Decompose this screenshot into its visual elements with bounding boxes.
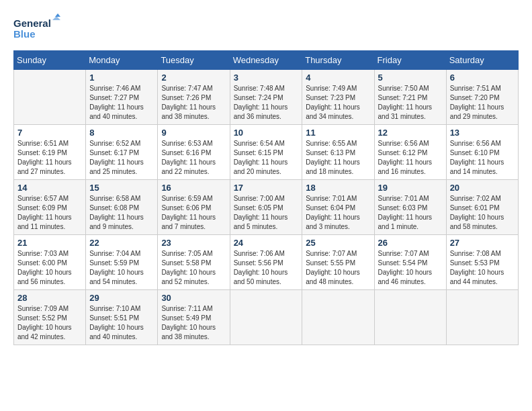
calendar-cell: 30Sunrise: 7:11 AM Sunset: 5:49 PM Dayli… xyxy=(158,290,230,345)
calendar-cell: 6Sunrise: 7:51 AM Sunset: 7:20 PM Daylig… xyxy=(446,70,518,125)
day-detail: Sunrise: 7:09 AM Sunset: 5:52 PM Dayligh… xyxy=(17,304,82,342)
day-number: 24 xyxy=(234,238,299,248)
day-number: 23 xyxy=(161,238,226,248)
day-number: 25 xyxy=(306,238,370,248)
day-detail: Sunrise: 7:07 AM Sunset: 5:55 PM Dayligh… xyxy=(306,249,370,287)
calendar-cell: 21Sunrise: 7:03 AM Sunset: 6:00 PM Dayli… xyxy=(14,235,86,290)
day-detail: Sunrise: 7:06 AM Sunset: 5:56 PM Dayligh… xyxy=(234,249,299,287)
calendar-body: 1Sunrise: 7:46 AM Sunset: 7:27 PM Daylig… xyxy=(14,70,519,345)
header: General Blue xyxy=(13,13,519,44)
calendar-cell: 11Sunrise: 6:55 AM Sunset: 6:13 PM Dayli… xyxy=(302,125,374,180)
svg-marker-2 xyxy=(55,13,60,17)
calendar-header-row: SundayMondayTuesdayWednesdayThursdayFrid… xyxy=(14,51,519,70)
weekday-header: Tuesday xyxy=(158,51,230,70)
calendar-cell: 2Sunrise: 7:47 AM Sunset: 7:26 PM Daylig… xyxy=(158,70,230,125)
calendar-cell: 16Sunrise: 6:59 AM Sunset: 6:06 PM Dayli… xyxy=(158,180,230,235)
day-number: 12 xyxy=(378,128,443,138)
day-number: 27 xyxy=(450,238,515,248)
day-number: 8 xyxy=(89,128,154,138)
calendar-week-row: 7Sunrise: 6:51 AM Sunset: 6:19 PM Daylig… xyxy=(14,125,519,180)
calendar-cell: 15Sunrise: 6:58 AM Sunset: 6:08 PM Dayli… xyxy=(86,180,158,235)
day-detail: Sunrise: 7:11 AM Sunset: 5:49 PM Dayligh… xyxy=(161,304,226,342)
calendar-cell: 28Sunrise: 7:09 AM Sunset: 5:52 PM Dayli… xyxy=(14,290,86,345)
day-number: 29 xyxy=(89,293,154,303)
day-detail: Sunrise: 7:04 AM Sunset: 5:59 PM Dayligh… xyxy=(89,249,154,287)
weekday-header: Friday xyxy=(374,51,446,70)
day-number: 22 xyxy=(89,238,154,248)
calendar-cell: 13Sunrise: 6:56 AM Sunset: 6:10 PM Dayli… xyxy=(446,125,518,180)
calendar-cell: 26Sunrise: 7:07 AM Sunset: 5:54 PM Dayli… xyxy=(374,235,446,290)
calendar-cell: 8Sunrise: 6:52 AM Sunset: 6:17 PM Daylig… xyxy=(86,125,158,180)
day-detail: Sunrise: 7:02 AM Sunset: 6:01 PM Dayligh… xyxy=(450,194,515,232)
calendar-cell: 12Sunrise: 6:56 AM Sunset: 6:12 PM Dayli… xyxy=(374,125,446,180)
logo: General Blue xyxy=(13,13,60,44)
day-detail: Sunrise: 7:50 AM Sunset: 7:21 PM Dayligh… xyxy=(378,84,443,122)
calendar-week-row: 14Sunrise: 6:57 AM Sunset: 6:09 PM Dayli… xyxy=(14,180,519,235)
calendar-cell: 9Sunrise: 6:53 AM Sunset: 6:16 PM Daylig… xyxy=(158,125,230,180)
day-number: 17 xyxy=(234,183,299,193)
weekday-header: Saturday xyxy=(446,51,518,70)
calendar-cell: 23Sunrise: 7:05 AM Sunset: 5:58 PM Dayli… xyxy=(158,235,230,290)
day-number: 2 xyxy=(161,73,226,83)
calendar-cell xyxy=(374,290,446,345)
day-detail: Sunrise: 7:03 AM Sunset: 6:00 PM Dayligh… xyxy=(17,249,82,287)
day-number: 9 xyxy=(161,128,226,138)
calendar-cell: 18Sunrise: 7:01 AM Sunset: 6:04 PM Dayli… xyxy=(302,180,374,235)
calendar-cell: 17Sunrise: 7:00 AM Sunset: 6:05 PM Dayli… xyxy=(230,180,302,235)
calendar-cell xyxy=(230,290,302,345)
day-detail: Sunrise: 6:58 AM Sunset: 6:08 PM Dayligh… xyxy=(89,194,154,232)
calendar-cell: 4Sunrise: 7:49 AM Sunset: 7:23 PM Daylig… xyxy=(302,70,374,125)
day-number: 1 xyxy=(89,73,154,83)
day-number: 10 xyxy=(234,128,299,138)
day-detail: Sunrise: 7:05 AM Sunset: 5:58 PM Dayligh… xyxy=(161,249,226,287)
day-number: 28 xyxy=(17,293,82,303)
weekday-header: Thursday xyxy=(302,51,374,70)
day-detail: Sunrise: 7:47 AM Sunset: 7:26 PM Dayligh… xyxy=(161,84,226,122)
day-detail: Sunrise: 7:48 AM Sunset: 7:24 PM Dayligh… xyxy=(234,84,299,122)
calendar-cell: 24Sunrise: 7:06 AM Sunset: 5:56 PM Dayli… xyxy=(230,235,302,290)
day-detail: Sunrise: 6:56 AM Sunset: 6:12 PM Dayligh… xyxy=(378,139,443,177)
day-detail: Sunrise: 6:54 AM Sunset: 6:15 PM Dayligh… xyxy=(234,139,299,177)
day-number: 6 xyxy=(450,73,515,83)
day-detail: Sunrise: 6:56 AM Sunset: 6:10 PM Dayligh… xyxy=(450,139,515,177)
day-detail: Sunrise: 6:55 AM Sunset: 6:13 PM Dayligh… xyxy=(306,139,370,177)
calendar-cell xyxy=(14,70,86,125)
calendar-cell: 5Sunrise: 7:50 AM Sunset: 7:21 PM Daylig… xyxy=(374,70,446,125)
calendar-table: SundayMondayTuesdayWednesdayThursdayFrid… xyxy=(13,50,519,345)
day-number: 5 xyxy=(378,73,443,83)
day-number: 30 xyxy=(161,293,226,303)
day-detail: Sunrise: 6:59 AM Sunset: 6:06 PM Dayligh… xyxy=(161,194,226,232)
calendar-cell: 29Sunrise: 7:10 AM Sunset: 5:51 PM Dayli… xyxy=(86,290,158,345)
day-number: 3 xyxy=(234,73,299,83)
calendar-cell: 20Sunrise: 7:02 AM Sunset: 6:01 PM Dayli… xyxy=(446,180,518,235)
calendar-week-row: 1Sunrise: 7:46 AM Sunset: 7:27 PM Daylig… xyxy=(14,70,519,125)
day-detail: Sunrise: 7:46 AM Sunset: 7:27 PM Dayligh… xyxy=(89,84,154,122)
day-detail: Sunrise: 7:01 AM Sunset: 6:04 PM Dayligh… xyxy=(306,194,370,232)
day-detail: Sunrise: 7:49 AM Sunset: 7:23 PM Dayligh… xyxy=(306,84,370,122)
day-detail: Sunrise: 6:57 AM Sunset: 6:09 PM Dayligh… xyxy=(17,194,82,232)
day-detail: Sunrise: 7:01 AM Sunset: 6:03 PM Dayligh… xyxy=(378,194,443,232)
day-number: 15 xyxy=(89,183,154,193)
day-number: 18 xyxy=(306,183,370,193)
day-detail: Sunrise: 7:51 AM Sunset: 7:20 PM Dayligh… xyxy=(450,84,515,122)
day-detail: Sunrise: 7:08 AM Sunset: 5:53 PM Dayligh… xyxy=(450,249,515,287)
calendar-week-row: 28Sunrise: 7:09 AM Sunset: 5:52 PM Dayli… xyxy=(14,290,519,345)
day-number: 11 xyxy=(306,128,370,138)
day-detail: Sunrise: 6:51 AM Sunset: 6:19 PM Dayligh… xyxy=(17,139,82,177)
day-number: 7 xyxy=(17,128,82,138)
weekday-header: Sunday xyxy=(14,51,86,70)
day-detail: Sunrise: 6:53 AM Sunset: 6:16 PM Dayligh… xyxy=(161,139,226,177)
weekday-header: Monday xyxy=(86,51,158,70)
day-detail: Sunrise: 7:07 AM Sunset: 5:54 PM Dayligh… xyxy=(378,249,443,287)
day-number: 26 xyxy=(378,238,443,248)
day-number: 16 xyxy=(161,183,226,193)
calendar-cell: 1Sunrise: 7:46 AM Sunset: 7:27 PM Daylig… xyxy=(86,70,158,125)
day-detail: Sunrise: 6:52 AM Sunset: 6:17 PM Dayligh… xyxy=(89,139,154,177)
calendar-cell xyxy=(446,290,518,345)
calendar-cell: 14Sunrise: 6:57 AM Sunset: 6:09 PM Dayli… xyxy=(14,180,86,235)
calendar-cell: 7Sunrise: 6:51 AM Sunset: 6:19 PM Daylig… xyxy=(14,125,86,180)
svg-text:General: General xyxy=(13,17,51,29)
calendar-cell: 25Sunrise: 7:07 AM Sunset: 5:55 PM Dayli… xyxy=(302,235,374,290)
calendar-cell: 10Sunrise: 6:54 AM Sunset: 6:15 PM Dayli… xyxy=(230,125,302,180)
logo-svg: General Blue xyxy=(13,13,60,44)
